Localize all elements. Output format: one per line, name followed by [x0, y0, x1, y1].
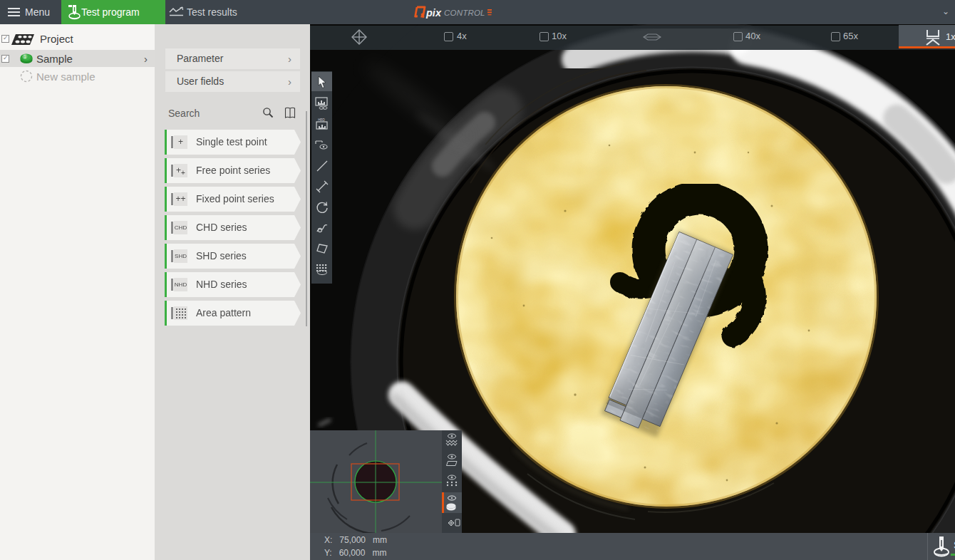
svg-text:1: 1 — [24, 54, 26, 59]
svg-text:CONTROL: CONTROL — [444, 9, 485, 17]
svg-text:HRD: HRD — [318, 118, 325, 122]
svg-text:pix: pix — [425, 7, 442, 19]
